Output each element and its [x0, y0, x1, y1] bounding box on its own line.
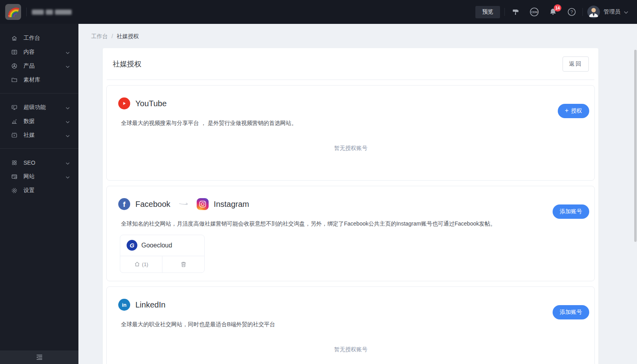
svg-text:CDN: CDN	[531, 10, 537, 14]
linkedin-icon: in	[118, 299, 130, 311]
main-content: 工作台 / 社媒授权 社媒授权 返回 YouTube 全球最大的视频搜索与分享平…	[78, 24, 637, 364]
platform-description: 全球最大的视频搜索与分享平台 ， 是外贸行业做视频营销的首选网站。	[121, 119, 583, 127]
trash-icon	[181, 261, 186, 267]
plus-icon: +	[565, 107, 569, 114]
chevron-down-icon	[66, 104, 70, 111]
menu-fold-icon	[36, 354, 43, 360]
card-header: 社媒授权 返回	[103, 48, 598, 80]
chevron-down-icon	[624, 8, 628, 16]
add-account-button[interactable]: 添加账号	[553, 305, 589, 319]
instagram-icon	[197, 198, 209, 210]
bar-chart-icon	[11, 118, 18, 125]
breadcrumb-home[interactable]: 工作台	[91, 33, 108, 40]
account-card: G Gooecloud (1)	[120, 235, 205, 273]
chevron-down-icon	[66, 160, 70, 166]
notification-bell-icon[interactable]: 14	[548, 7, 558, 17]
sidebar-collapse-button[interactable]	[0, 350, 78, 364]
platform-section-linkedin: in LinkedIn 全球最大的职业社交网站，同时也是最适合B端外贸的社交平台…	[106, 286, 595, 364]
youtube-icon	[118, 97, 130, 109]
gear-icon	[11, 187, 18, 194]
back-button[interactable]: 返回	[563, 56, 589, 72]
chevron-down-icon	[66, 63, 70, 69]
svg-text:?: ?	[571, 10, 573, 14]
platform-name: Facebook	[135, 200, 170, 209]
chevron-down-icon	[66, 132, 70, 138]
add-account-button[interactable]: 添加账号	[553, 204, 589, 219]
atom-icon	[11, 160, 18, 166]
account-avatar: G	[127, 240, 137, 251]
platform-section-youtube: YouTube 全球最大的视频搜索与分享平台 ， 是外贸行业做视频营销的首选网站…	[106, 85, 595, 181]
brand-name-redacted	[32, 10, 72, 15]
sidebar-divider	[0, 148, 78, 149]
vertical-scrollbar[interactable]	[634, 50, 637, 242]
content-icon	[11, 49, 18, 55]
breadcrumb: 工作台 / 社媒授权	[78, 24, 637, 40]
chevron-down-icon	[66, 173, 70, 180]
breadcrumb-current: 社媒授权	[117, 33, 139, 40]
avatar	[587, 6, 600, 18]
account-delete-button[interactable]	[162, 256, 204, 273]
platform-description: 全球最大的职业社交网站，同时也是最适合B端外贸的社交平台	[121, 321, 583, 329]
account-name: Gooecloud	[141, 242, 172, 249]
account-pages-button[interactable]: (1)	[120, 256, 162, 273]
sidebar-item-website[interactable]: 网站	[0, 169, 78, 183]
sidebar-item-product[interactable]: 产品	[0, 59, 78, 73]
topbar-separator	[582, 8, 583, 16]
platform-description: 全球知名的社交网站，月活度高做社媒营销可能会收获意想不到的社交询盘，另外，绑定了…	[121, 220, 583, 228]
product-icon	[11, 63, 18, 69]
topbar: 预览 CDN 14 ?	[0, 0, 637, 24]
paint-roller-icon[interactable]	[511, 7, 520, 17]
authorize-button[interactable]: + 授权	[558, 104, 589, 118]
divider	[107, 80, 594, 80]
preview-button[interactable]: 预览	[475, 6, 500, 18]
video-icon	[11, 132, 18, 138]
rainbow-logo-icon	[6, 5, 20, 19]
chevron-down-icon	[66, 49, 70, 55]
notification-badge: 14	[554, 4, 561, 12]
help-icon[interactable]: ?	[567, 7, 576, 17]
sidebar-item-social-media[interactable]: 社媒	[0, 128, 78, 142]
sidebar-item-seo[interactable]: SEO	[0, 156, 78, 169]
facebook-icon: f	[118, 198, 130, 210]
page-title: 社媒授权	[113, 59, 563, 69]
monitor-icon	[11, 104, 18, 111]
home-icon	[134, 261, 140, 267]
sidebar-item-assets[interactable]: 素材库	[0, 73, 78, 87]
platform-name: LinkedIn	[135, 300, 166, 309]
sidebar-item-data[interactable]: 数据	[0, 114, 78, 128]
platform-section-facebook-instagram: f Facebook Instagram 全球知名的社交网站，月活度高做社媒营	[106, 186, 595, 281]
breadcrumb-separator: /	[111, 33, 113, 40]
user-name: 管理员	[604, 8, 620, 16]
topbar-divider	[26, 8, 27, 16]
sidebar-item-super-features[interactable]: 超级功能	[0, 100, 78, 114]
empty-accounts-text: 暂无授权账号	[118, 145, 583, 152]
user-menu[interactable]: 管理员	[587, 6, 628, 18]
app-logo[interactable]	[5, 4, 21, 20]
account-footer: (1)	[120, 256, 204, 273]
sidebar-item-content[interactable]: 内容	[0, 45, 78, 59]
platform-name: YouTube	[135, 99, 167, 108]
topbar-separator	[504, 8, 505, 16]
sidebar-divider	[0, 93, 78, 93]
browser-icon	[11, 173, 18, 180]
cdn-icon[interactable]: CDN	[530, 7, 539, 17]
arrow-right-icon	[179, 202, 188, 206]
sidebar: 工作台 内容 产品	[0, 24, 78, 364]
chevron-down-icon	[66, 118, 70, 125]
platform-name-linked: Instagram	[214, 200, 249, 209]
folder-icon	[11, 77, 18, 83]
empty-accounts-text: 暂无授权账号	[118, 346, 583, 353]
sidebar-item-workbench[interactable]: 工作台	[0, 31, 78, 45]
sidebar-item-settings[interactable]: 设置	[0, 183, 78, 197]
account-head: G Gooecloud	[120, 235, 204, 256]
social-auth-card: 社媒授权 返回 YouTube 全球最大的视频搜索与分享平台 ， 是外贸行业做视…	[103, 48, 598, 364]
home-icon	[11, 35, 18, 41]
